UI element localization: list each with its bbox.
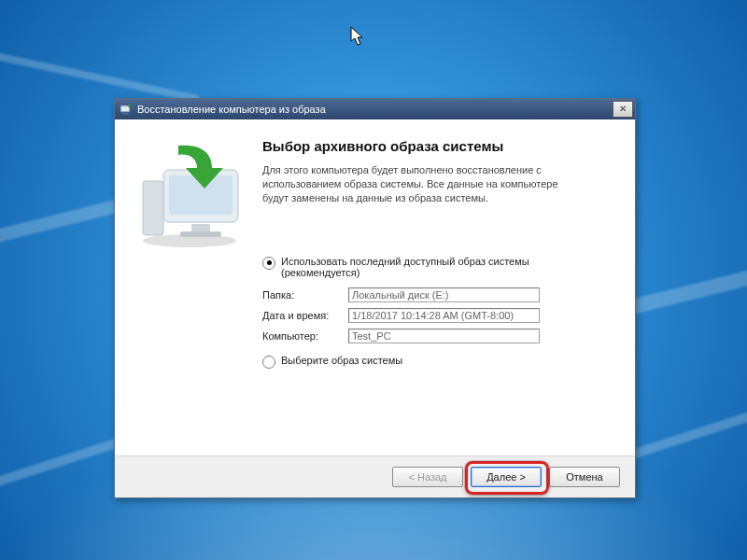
datetime-value: 1/18/2017 10:14:28 AM (GMT-8:00) <box>348 308 540 323</box>
field-label: Дата и время: <box>262 310 348 321</box>
latest-image-details: Папка: Локальный диск (E:) Дата и время:… <box>262 287 616 343</box>
page-description: Для этого компьютера будет выполнено вос… <box>262 163 561 205</box>
computer-value: Test_PC <box>348 329 540 343</box>
wizard-footer: < Назад Далее > Отмена <box>115 455 635 497</box>
hero-image <box>122 138 253 250</box>
folder-value: Локальный диск (E:) <box>348 287 540 302</box>
svg-rect-7 <box>143 181 163 235</box>
svg-rect-1 <box>122 113 128 115</box>
desktop-background: Восстановление компьютера из образа ✕ <box>0 0 747 560</box>
svg-rect-6 <box>180 231 221 237</box>
wallpaper-streak <box>0 37 200 103</box>
page-title: Выбор архивного образа системы <box>262 138 616 154</box>
wizard-content: Выбор архивного образа системы Для этого… <box>262 119 635 456</box>
svg-rect-5 <box>191 224 210 231</box>
back-button[interactable]: < Назад <box>392 467 463 487</box>
radio-select-image[interactable]: Выберите образ системы <box>262 355 616 369</box>
mouse-cursor-icon <box>350 26 365 49</box>
radio-label: Выберите образ системы <box>281 355 402 366</box>
cancel-button[interactable]: Отмена <box>549 467 620 487</box>
close-button[interactable]: ✕ <box>613 101 633 118</box>
field-computer: Компьютер: Test_PC <box>262 329 616 343</box>
radio-icon <box>262 257 275 270</box>
radio-label: Использовать последний доступный образ с… <box>281 256 561 278</box>
close-icon: ✕ <box>619 105 627 114</box>
field-label: Компьютер: <box>262 330 348 342</box>
radio-icon <box>262 356 275 369</box>
options-group: Использовать последний доступный образ с… <box>262 256 616 369</box>
wizard-window: Восстановление компьютера из образа ✕ <box>114 98 636 498</box>
next-button[interactable]: Далее > <box>471 467 542 487</box>
field-label: Папка: <box>262 289 348 301</box>
field-folder: Папка: Локальный диск (E:) <box>262 287 616 302</box>
wizard-body: Выбор архивного образа системы Для этого… <box>115 119 635 456</box>
wizard-hero-pane <box>115 119 262 456</box>
radio-use-latest[interactable]: Использовать последний доступный образ с… <box>262 256 616 278</box>
field-datetime: Дата и время: 1/18/2017 10:14:28 AM (GMT… <box>262 308 616 323</box>
app-icon <box>119 102 134 117</box>
window-title: Восстановление компьютера из образа <box>137 104 613 115</box>
titlebar[interactable]: Восстановление компьютера из образа ✕ <box>115 99 635 119</box>
